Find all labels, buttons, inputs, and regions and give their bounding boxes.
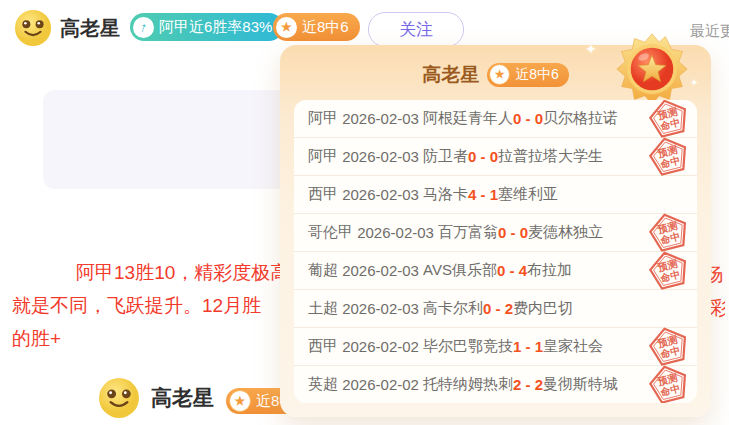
sparkle-icon: ✦ (690, 77, 698, 88)
article-line: 阿甲13胜10，精彩度极高 (76, 260, 289, 286)
match-league: 英超 (308, 375, 338, 394)
up-arrow-icon: ↑ (133, 17, 154, 38)
match-date: 2026-02-03 (342, 186, 419, 203)
match-league: 西甲 (308, 337, 338, 356)
match-row[interactable]: 土超 2026-02-03 高卡尔利0 - 2费内巴切 预测 命中 (294, 290, 697, 328)
match-score: 2 - 2 (513, 376, 543, 393)
match-row[interactable]: 哥伦甲 2026-02-03 百万富翁0 - 0麦德林独立 预测 命中 (294, 214, 697, 252)
star-icon: ★ (276, 17, 297, 38)
username[interactable]: 高老星 (60, 15, 120, 42)
popup-title: 高老星 (422, 62, 479, 88)
match-row[interactable]: 西甲 2026-02-02 毕尔巴鄂竞技1 - 1皇家社会 预测 命中 (294, 328, 697, 366)
match-score: 0 - 0 (513, 110, 543, 127)
home-team: 毕尔巴鄂竞技 (423, 337, 513, 356)
match-score: 0 - 0 (468, 148, 498, 165)
prediction-record-popup: 高老星 ★ 近8中6 ✦ ✦ (280, 45, 711, 417)
home-team: 防卫者 (423, 147, 468, 166)
star-icon: ★ (489, 64, 510, 85)
match-score: 0 - 2 (483, 300, 513, 317)
match-league: 哥伦甲 (308, 223, 353, 242)
away-team: 布拉加 (527, 261, 572, 280)
match-score: 1 - 1 (513, 338, 543, 355)
home-team: 百万富翁 (438, 223, 498, 242)
match-row[interactable]: 阿甲 2026-02-03 防卫者0 - 0拉普拉塔大学生 预测 命中 (294, 138, 697, 176)
popup-hits-badge-label: 近8中6 (515, 66, 559, 84)
hits-badge: ★ 近8中6 (273, 13, 360, 41)
match-date: 2026-02-03 (342, 300, 419, 317)
match-league: 阿甲 (308, 109, 338, 128)
user-avatar[interactable] (14, 9, 52, 47)
match-score: 0 - 4 (497, 262, 527, 279)
match-league: 西甲 (308, 185, 338, 204)
star-icon: ★ (229, 390, 251, 412)
user-avatar-footer[interactable] (98, 377, 140, 419)
away-team: 贝尔格拉诺 (543, 109, 618, 128)
article-text-fragment: 彩 (710, 295, 725, 319)
away-team: 塞维利亚 (498, 185, 558, 204)
follow-button[interactable]: 关注 (368, 12, 464, 47)
match-row[interactable]: 葡超 2026-02-03 AVS俱乐部0 - 4布拉加 预测 命中 (294, 252, 697, 290)
match-league: 土超 (308, 299, 338, 318)
page: 高老星 ↑ 阿甲近6胜率83% ★ 近8中6 关注 最近更 阿甲13胜10，精彩… (0, 0, 729, 425)
hits-badge-label: 近8中6 (302, 18, 349, 37)
match-date: 2026-02-03 (342, 262, 419, 279)
match-date: 2026-02-03 (342, 148, 419, 165)
away-team: 拉普拉塔大学生 (498, 147, 603, 166)
username-footer[interactable]: 高老星 (151, 384, 214, 412)
streak-badge: ↑ 阿甲近6胜率83% (130, 13, 283, 41)
match-score: 4 - 1 (468, 186, 498, 203)
recent-update-label: 最近更 (690, 22, 729, 41)
match-list: 阿甲 2026-02-03 阿根廷青年人0 - 0贝尔格拉诺 预测 命中 阿甲 … (294, 100, 697, 403)
match-league: 阿甲 (308, 147, 338, 166)
match-score: 0 - 0 (498, 224, 528, 241)
article-text-fragment: 场 (711, 262, 729, 286)
match-date: 2026-02-02 (342, 338, 419, 355)
away-team: 麦德林独立 (528, 223, 603, 242)
home-team: AVS俱乐部 (423, 261, 497, 280)
away-team: 费内巴切 (513, 299, 573, 318)
away-team: 曼彻斯特城 (543, 375, 618, 394)
match-row[interactable]: 阿甲 2026-02-03 阿根廷青年人0 - 0贝尔格拉诺 预测 命中 (294, 100, 697, 138)
match-row[interactable]: 西甲 2026-02-03 马洛卡4 - 1塞维利亚 预测 命中 (294, 176, 697, 214)
home-team: 马洛卡 (423, 185, 468, 204)
match-league: 葡超 (308, 261, 338, 280)
streak-badge-label: 阿甲近6胜率83% (159, 18, 272, 37)
popup-hits-badge: ★ 近8中6 (487, 63, 569, 87)
match-date: 2026-02-03 (357, 224, 434, 241)
sparkle-icon: ✦ (585, 41, 597, 57)
home-team: 高卡尔利 (423, 299, 483, 318)
away-team: 皇家社会 (543, 337, 603, 356)
home-team: 托特纳姆热刺 (423, 375, 513, 394)
gold-medal-icon (615, 32, 689, 106)
article-line: 的胜+ (12, 326, 61, 352)
match-row[interactable]: 英超 2026-02-02 托特纳姆热刺2 - 2曼彻斯特城 预测 命中 (294, 366, 697, 403)
match-date: 2026-02-02 (342, 376, 419, 393)
match-date: 2026-02-03 (342, 110, 419, 127)
home-team: 阿根廷青年人 (423, 109, 513, 128)
article-line: 就是不同，飞跃提升。12月胜 (12, 293, 261, 319)
